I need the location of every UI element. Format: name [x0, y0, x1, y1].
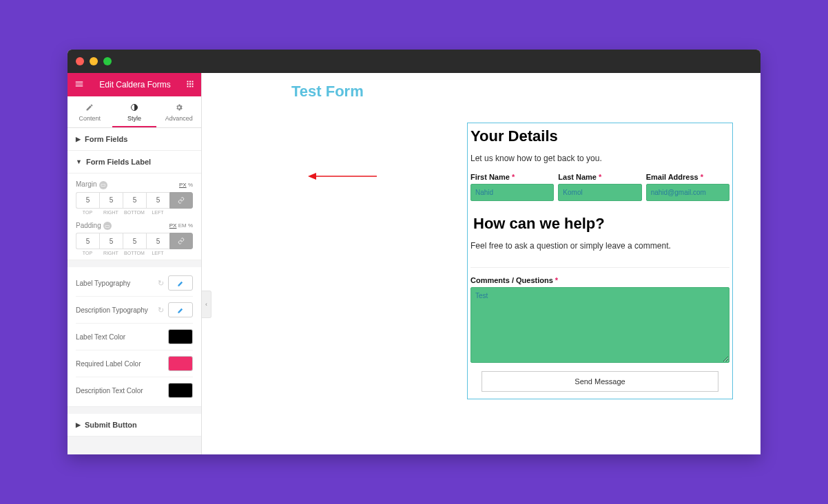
gear-icon: [156, 102, 201, 113]
edit-typography-button[interactable]: [168, 275, 193, 291]
annotation-arrow: [308, 172, 377, 180]
color-swatch[interactable]: [168, 329, 193, 344]
editor-canvas: Test Form ‹ Your Details Let us know how…: [202, 73, 760, 454]
elementor-sidebar: Edit Caldera Forms Content Style Advance…: [68, 73, 202, 454]
chevron-right-icon: ▶: [76, 421, 81, 428]
required-label-color-row: Required Label Color: [76, 350, 193, 377]
reset-icon[interactable]: ↻: [158, 306, 164, 315]
submit-button[interactable]: Send Message: [482, 371, 718, 392]
first-name-field: First Name *: [470, 173, 554, 201]
margin-right-input[interactable]: [99, 192, 123, 209]
color-swatch[interactable]: [168, 356, 193, 371]
typography-panel: Label Typography ↻ Description Typograph…: [68, 267, 201, 407]
label-typography-row: Label Typography ↻: [76, 270, 193, 296]
app-body: Edit Caldera Forms Content Style Advance…: [68, 73, 760, 454]
padding-left-input[interactable]: [146, 233, 169, 249]
link-values-button[interactable]: [169, 192, 193, 209]
margin-top-input[interactable]: [76, 192, 99, 209]
contrast-icon: [112, 102, 157, 113]
page-title: Test Form: [202, 73, 760, 112]
svg-marker-2: [308, 173, 316, 180]
form-widget[interactable]: Your Details Let us know how to get back…: [467, 123, 733, 399]
window-minimize-icon[interactable]: [90, 57, 98, 65]
margin-units[interactable]: PX %: [179, 182, 193, 188]
sidebar-title: Edit Caldera Forms: [99, 80, 170, 90]
form-subtext-2: Feel free to ask a question or simply le…: [470, 237, 729, 260]
responsive-icon[interactable]: ▭: [99, 181, 107, 189]
responsive-icon[interactable]: ▭: [103, 222, 112, 230]
window-close-icon[interactable]: [76, 57, 84, 65]
tab-style[interactable]: Style: [112, 96, 157, 127]
form-subtext: Let us know how to get back to you.: [468, 149, 732, 173]
margin-label: Margin: [76, 180, 97, 188]
pencil-icon: [68, 102, 112, 113]
panel-collapse-handle[interactable]: ‹: [202, 291, 211, 318]
last-name-field: Last Name *: [558, 173, 641, 201]
menu-icon[interactable]: [74, 79, 84, 91]
edit-typography-button[interactable]: [168, 302, 193, 317]
padding-top-input[interactable]: [76, 233, 99, 249]
comments-textarea[interactable]: Test: [470, 287, 729, 363]
email-field: Email Address *: [646, 173, 729, 201]
browser-window: Edit Caldera Forms Content Style Advance…: [68, 50, 760, 454]
sidebar-header: Edit Caldera Forms: [68, 73, 201, 96]
form-heading: Your Details: [468, 123, 732, 149]
margin-panel: Margin▭ PX % TOP RIGHT BOTTOM LEFT: [68, 174, 201, 260]
chevron-down-icon: ▼: [76, 158, 82, 165]
last-name-input[interactable]: [558, 184, 641, 201]
form-heading-2: How can we help?: [470, 211, 729, 237]
link-values-button[interactable]: [169, 233, 193, 249]
tab-advanced[interactable]: Advanced: [156, 96, 201, 127]
email-input[interactable]: [646, 184, 729, 201]
chevron-right-icon: ▶: [76, 136, 81, 143]
padding-units[interactable]: PX EM %: [169, 222, 193, 229]
first-name-input[interactable]: [470, 184, 554, 201]
section-submit-button[interactable]: ▶ Submit Button: [68, 414, 201, 437]
tab-content[interactable]: Content: [68, 96, 112, 127]
description-text-color-row: Description Text Color: [76, 377, 193, 403]
window-maximize-icon[interactable]: [103, 57, 112, 65]
apps-icon[interactable]: [186, 80, 194, 90]
margin-bottom-input[interactable]: [123, 192, 146, 209]
window-titlebar: [68, 50, 760, 73]
padding-label: Padding: [76, 222, 101, 229]
margin-left-input[interactable]: [146, 192, 169, 209]
panel-tabs: Content Style Advanced: [68, 96, 201, 128]
label-text-color-row: Label Text Color: [76, 323, 193, 350]
section-form-fields[interactable]: ▶ Form Fields: [68, 128, 201, 151]
description-typography-row: Description Typography ↻: [76, 296, 193, 323]
comments-field: Comments / Questions * Test: [470, 276, 729, 366]
padding-bottom-input[interactable]: [123, 233, 146, 249]
color-swatch[interactable]: [168, 383, 193, 398]
padding-right-input[interactable]: [99, 233, 123, 249]
reset-icon[interactable]: ↻: [158, 279, 164, 288]
section-form-fields-label[interactable]: ▼ Form Fields Label: [68, 151, 201, 174]
